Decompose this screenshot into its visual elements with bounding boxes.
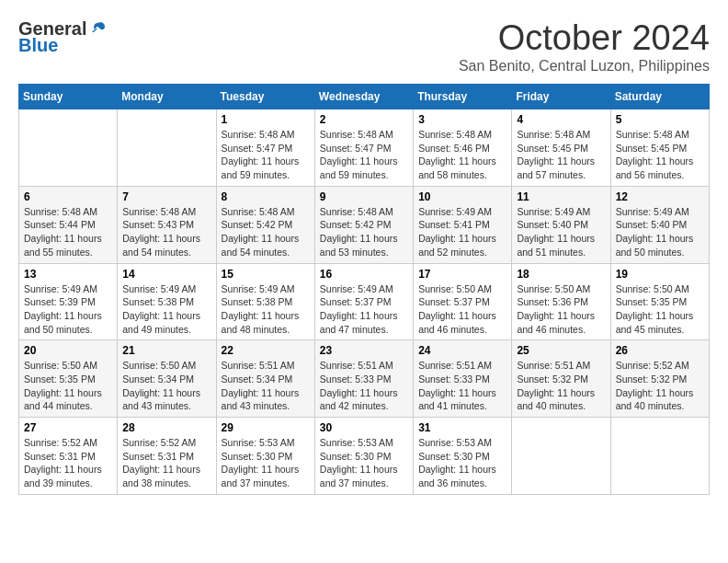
day-number: 25 <box>517 344 605 357</box>
calendar-cell <box>610 418 709 495</box>
calendar-cell: 29Sunrise: 5:53 AM Sunset: 5:30 PM Dayli… <box>216 418 314 495</box>
day-number: 18 <box>517 268 605 281</box>
calendar-cell: 17Sunrise: 5:50 AM Sunset: 5:37 PM Dayli… <box>414 263 512 340</box>
calendar-cell: 5Sunrise: 5:48 AM Sunset: 5:45 PM Daylig… <box>610 109 709 187</box>
calendar-cell: 20Sunrise: 5:50 AM Sunset: 5:35 PM Dayli… <box>19 340 118 418</box>
day-info: Sunrise: 5:48 AM Sunset: 5:42 PM Dayligh… <box>320 205 408 259</box>
calendar-cell: 26Sunrise: 5:52 AM Sunset: 5:32 PM Dayli… <box>610 340 709 418</box>
day-number: 2 <box>320 113 408 126</box>
calendar-cell <box>118 109 216 187</box>
day-number: 26 <box>616 344 704 357</box>
day-number: 13 <box>24 268 112 281</box>
location-subtitle: San Benito, Central Luzon, Philippines <box>459 58 710 75</box>
calendar-cell: 13Sunrise: 5:49 AM Sunset: 5:39 PM Dayli… <box>19 263 118 340</box>
day-info: Sunrise: 5:50 AM Sunset: 5:34 PM Dayligh… <box>122 359 210 413</box>
day-number: 12 <box>616 190 704 203</box>
calendar-cell: 9Sunrise: 5:48 AM Sunset: 5:42 PM Daylig… <box>314 186 413 263</box>
day-number: 9 <box>320 190 408 203</box>
day-number: 19 <box>616 268 704 281</box>
day-of-week-header: Saturday <box>610 85 709 109</box>
day-number: 22 <box>222 344 310 357</box>
day-of-week-header: Friday <box>512 85 610 109</box>
day-info: Sunrise: 5:49 AM Sunset: 5:40 PM Dayligh… <box>616 205 704 259</box>
day-info: Sunrise: 5:49 AM Sunset: 5:39 PM Dayligh… <box>24 282 112 337</box>
calendar-week-row: 6Sunrise: 5:48 AM Sunset: 5:44 PM Daylig… <box>19 186 710 263</box>
day-info: Sunrise: 5:48 AM Sunset: 5:42 PM Dayligh… <box>222 205 310 259</box>
day-number: 8 <box>222 190 310 203</box>
title-section: October 2024 San Benito, Central Luzon, … <box>459 18 710 75</box>
day-number: 6 <box>24 190 112 203</box>
calendar-cell: 21Sunrise: 5:50 AM Sunset: 5:34 PM Dayli… <box>118 340 216 418</box>
bird-icon <box>88 19 107 38</box>
day-number: 10 <box>418 190 506 203</box>
day-number: 14 <box>122 268 210 281</box>
day-of-week-header: Monday <box>118 85 216 109</box>
calendar-cell: 14Sunrise: 5:49 AM Sunset: 5:38 PM Dayli… <box>118 263 216 340</box>
calendar-cell: 22Sunrise: 5:51 AM Sunset: 5:34 PM Dayli… <box>216 340 314 418</box>
day-info: Sunrise: 5:49 AM Sunset: 5:41 PM Dayligh… <box>418 205 506 259</box>
calendar-cell: 18Sunrise: 5:50 AM Sunset: 5:36 PM Dayli… <box>512 263 610 340</box>
calendar-cell: 28Sunrise: 5:52 AM Sunset: 5:31 PM Dayli… <box>118 418 216 495</box>
logo: General Blue <box>18 18 107 55</box>
day-info: Sunrise: 5:49 AM Sunset: 5:38 PM Dayligh… <box>122 282 210 337</box>
calendar-cell: 16Sunrise: 5:49 AM Sunset: 5:37 PM Dayli… <box>314 263 413 340</box>
day-info: Sunrise: 5:48 AM Sunset: 5:47 PM Dayligh… <box>222 128 310 182</box>
day-of-week-header: Tuesday <box>216 85 314 109</box>
day-number: 15 <box>222 268 310 281</box>
day-info: Sunrise: 5:48 AM Sunset: 5:44 PM Dayligh… <box>24 205 112 259</box>
month-title: October 2024 <box>459 18 710 58</box>
day-number: 4 <box>517 113 605 126</box>
calendar-cell: 10Sunrise: 5:49 AM Sunset: 5:41 PM Dayli… <box>414 186 512 263</box>
calendar-cell: 7Sunrise: 5:48 AM Sunset: 5:43 PM Daylig… <box>118 186 216 263</box>
day-number: 3 <box>418 113 506 126</box>
day-info: Sunrise: 5:53 AM Sunset: 5:30 PM Dayligh… <box>320 436 408 490</box>
day-number: 24 <box>418 344 506 357</box>
day-info: Sunrise: 5:51 AM Sunset: 5:33 PM Dayligh… <box>320 359 408 413</box>
day-info: Sunrise: 5:51 AM Sunset: 5:33 PM Dayligh… <box>418 359 506 413</box>
day-number: 1 <box>222 113 310 126</box>
day-info: Sunrise: 5:48 AM Sunset: 5:47 PM Dayligh… <box>320 128 408 182</box>
calendar-cell <box>512 418 610 495</box>
day-number: 28 <box>122 421 210 434</box>
calendar-cell: 24Sunrise: 5:51 AM Sunset: 5:33 PM Dayli… <box>414 340 512 418</box>
day-number: 7 <box>122 190 210 203</box>
day-number: 17 <box>418 268 506 281</box>
calendar-cell: 27Sunrise: 5:52 AM Sunset: 5:31 PM Dayli… <box>19 418 118 495</box>
calendar-cell: 1Sunrise: 5:48 AM Sunset: 5:47 PM Daylig… <box>216 109 314 187</box>
calendar-week-row: 20Sunrise: 5:50 AM Sunset: 5:35 PM Dayli… <box>19 340 710 418</box>
calendar-cell: 12Sunrise: 5:49 AM Sunset: 5:40 PM Dayli… <box>610 186 709 263</box>
page-header: General Blue October 2024 San Benito, Ce… <box>18 18 710 75</box>
day-info: Sunrise: 5:52 AM Sunset: 5:31 PM Dayligh… <box>24 436 112 490</box>
calendar-cell: 25Sunrise: 5:51 AM Sunset: 5:32 PM Dayli… <box>512 340 610 418</box>
day-number: 30 <box>320 421 408 434</box>
day-of-week-header: Sunday <box>19 85 118 109</box>
day-info: Sunrise: 5:52 AM Sunset: 5:32 PM Dayligh… <box>616 359 704 413</box>
calendar-cell: 6Sunrise: 5:48 AM Sunset: 5:44 PM Daylig… <box>19 186 118 263</box>
day-info: Sunrise: 5:53 AM Sunset: 5:30 PM Dayligh… <box>222 436 310 490</box>
day-number: 21 <box>122 344 210 357</box>
calendar-cell <box>19 109 118 187</box>
calendar-week-row: 13Sunrise: 5:49 AM Sunset: 5:39 PM Dayli… <box>19 263 710 340</box>
calendar-cell: 3Sunrise: 5:48 AM Sunset: 5:46 PM Daylig… <box>414 109 512 187</box>
calendar-header-row: SundayMondayTuesdayWednesdayThursdayFrid… <box>19 85 710 109</box>
day-info: Sunrise: 5:49 AM Sunset: 5:40 PM Dayligh… <box>517 205 605 259</box>
day-info: Sunrise: 5:53 AM Sunset: 5:30 PM Dayligh… <box>418 436 506 490</box>
day-info: Sunrise: 5:51 AM Sunset: 5:34 PM Dayligh… <box>222 359 310 413</box>
day-info: Sunrise: 5:48 AM Sunset: 5:45 PM Dayligh… <box>616 128 704 182</box>
calendar-cell: 8Sunrise: 5:48 AM Sunset: 5:42 PM Daylig… <box>216 186 314 263</box>
day-info: Sunrise: 5:48 AM Sunset: 5:45 PM Dayligh… <box>517 128 605 182</box>
day-of-week-header: Thursday <box>414 85 512 109</box>
calendar-week-row: 27Sunrise: 5:52 AM Sunset: 5:31 PM Dayli… <box>19 418 710 495</box>
calendar-cell: 15Sunrise: 5:49 AM Sunset: 5:38 PM Dayli… <box>216 263 314 340</box>
day-info: Sunrise: 5:52 AM Sunset: 5:31 PM Dayligh… <box>122 436 210 490</box>
calendar-table: SundayMondayTuesdayWednesdayThursdayFrid… <box>18 84 710 495</box>
day-info: Sunrise: 5:49 AM Sunset: 5:38 PM Dayligh… <box>222 282 310 337</box>
day-info: Sunrise: 5:50 AM Sunset: 5:35 PM Dayligh… <box>24 359 112 413</box>
day-info: Sunrise: 5:50 AM Sunset: 5:37 PM Dayligh… <box>418 282 506 337</box>
day-info: Sunrise: 5:50 AM Sunset: 5:36 PM Dayligh… <box>517 282 605 337</box>
day-number: 5 <box>616 113 704 126</box>
day-info: Sunrise: 5:49 AM Sunset: 5:37 PM Dayligh… <box>320 282 408 337</box>
day-info: Sunrise: 5:51 AM Sunset: 5:32 PM Dayligh… <box>517 359 605 413</box>
day-of-week-header: Wednesday <box>314 85 413 109</box>
logo-general: General <box>18 18 86 39</box>
